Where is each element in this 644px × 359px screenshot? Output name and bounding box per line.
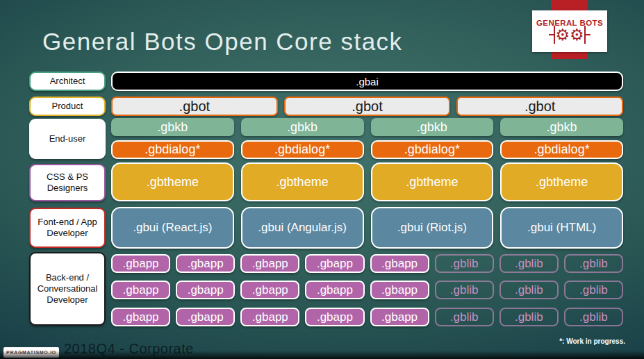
- gbapp-cell: .gbapp: [176, 308, 235, 326]
- gbapp-cell: .gbapp: [111, 281, 170, 299]
- gbdialog-bar: .gbdialog*: [241, 140, 364, 159]
- gblib-cell: .gblib: [564, 281, 623, 299]
- gbtheme-bar: .gbtheme: [500, 162, 623, 201]
- gblib-cell: .gblib: [499, 281, 559, 299]
- row-label-product: Product: [29, 97, 106, 116]
- gbot-bar: .gbot: [284, 97, 451, 116]
- pragmatismo-badge: PRAGMATISMO.IO: [3, 347, 59, 358]
- gblib-cell: .gblib: [499, 254, 559, 273]
- footer-version-text: 2018Q4 - Corporate: [64, 341, 194, 357]
- gbui-angular-bar: .gbui (Angular.js): [241, 207, 364, 249]
- gbtheme-bar: .gbtheme: [111, 162, 234, 201]
- gbot-bar: .gbot: [456, 97, 623, 116]
- gbui-html-bar: .gbui (HTML): [500, 207, 623, 249]
- gbtheme-row: .gbtheme .gbtheme .gbtheme .gbtheme: [111, 162, 623, 201]
- row-label-frontend-app-developer: Font-end / App Developer: [29, 208, 106, 248]
- gblib-cell: .gblib: [499, 308, 559, 326]
- gbapp-cell: .gbapp: [111, 254, 170, 273]
- row-label-end-user: End-user: [29, 119, 106, 159]
- gbapp-cell: .gbapp: [305, 254, 364, 273]
- gbtheme-bar: .gbtheme: [371, 162, 494, 201]
- backend-grid-row: .gbapp .gbapp .gbapp .gbapp .gbapp .gbli…: [111, 281, 623, 299]
- gbot-row: .gbot .gbot .gbot: [111, 97, 623, 116]
- gbapp-cell: .gbapp: [176, 281, 235, 299]
- gblib-cell: .gblib: [435, 281, 494, 299]
- logo-tick-right: [586, 34, 591, 35]
- gbapp-cell: .gbapp: [240, 281, 299, 299]
- gbkb-row: .gbkb .gbkb .gbkb .gbkb: [111, 118, 623, 136]
- gbkb-bar: .gbkb: [371, 118, 494, 136]
- gbapp-cell: .gbapp: [111, 308, 170, 326]
- gbapp-cell: .gbapp: [370, 281, 429, 299]
- gbui-riot-bar: .gbui (Riot.js): [371, 207, 494, 249]
- gbui-row: .gbui (React.js) .gbui (Angular.js) .gbu…: [111, 207, 623, 249]
- gbkb-bar: .gbkb: [111, 118, 234, 136]
- slide-background: General Bots Open Core stack GENERAL BOT…: [0, 0, 644, 359]
- gbapp-cell: .gbapp: [305, 281, 364, 299]
- logo-tick-left: [549, 34, 554, 35]
- backend-grid-row: .gbapp .gbapp .gbapp .gbapp .gbapp .gbli…: [111, 254, 623, 273]
- backend-grid-row: .gbapp .gbapp .gbapp .gbapp .gbapp .gbli…: [111, 308, 623, 326]
- brand-logo: GENERAL BOTS ⚙ ⚙: [532, 10, 607, 52]
- gbai-bar: .gbai: [111, 72, 623, 91]
- gbapp-cell: .gbapp: [370, 254, 429, 273]
- gbai-row: .gbai: [111, 72, 623, 91]
- gbdialog-row: .gbdialog* .gbdialog* .gbdialog* .gbdial…: [111, 140, 623, 159]
- gbapp-cell: .gbapp: [176, 254, 235, 273]
- gbapp-cell: .gbapp: [370, 308, 429, 326]
- gblib-cell: .gblib: [564, 308, 623, 326]
- gbdialog-bar: .gbdialog*: [111, 140, 234, 159]
- gear-icon: ⚙: [570, 26, 584, 43]
- gbdialog-bar: .gbdialog*: [500, 140, 623, 159]
- gblib-cell: .gblib: [564, 254, 623, 273]
- gblib-cell: .gblib: [435, 308, 494, 326]
- gbkb-bar: .gbkb: [500, 118, 623, 136]
- gblib-cell: .gblib: [435, 254, 494, 273]
- gbapp-cell: .gbapp: [240, 308, 299, 326]
- work-in-progress-note: *: Work in progress.: [559, 337, 625, 345]
- gbot-bar: .gbot: [111, 97, 278, 116]
- gear-icon: ⚙: [555, 26, 570, 43]
- gbkb-bar: .gbkb: [241, 118, 364, 136]
- gbui-react-bar: .gbui (React.js): [111, 207, 234, 249]
- row-label-css-ps-designers: CSS & PS Designers: [29, 164, 106, 201]
- gbtheme-bar: .gbtheme: [241, 162, 364, 201]
- gbdialog-bar: .gbdialog*: [371, 140, 494, 159]
- page-title: General Bots Open Core stack: [42, 28, 403, 56]
- gbapp-cell: .gbapp: [240, 254, 299, 273]
- row-label-architect: Architect: [29, 72, 106, 91]
- row-label-backend-conversational-developer: Back-end / Conversational Developer: [29, 252, 106, 326]
- gbapp-cell: .gbapp: [305, 308, 364, 326]
- gears-icon: ⚙ ⚙: [549, 26, 591, 44]
